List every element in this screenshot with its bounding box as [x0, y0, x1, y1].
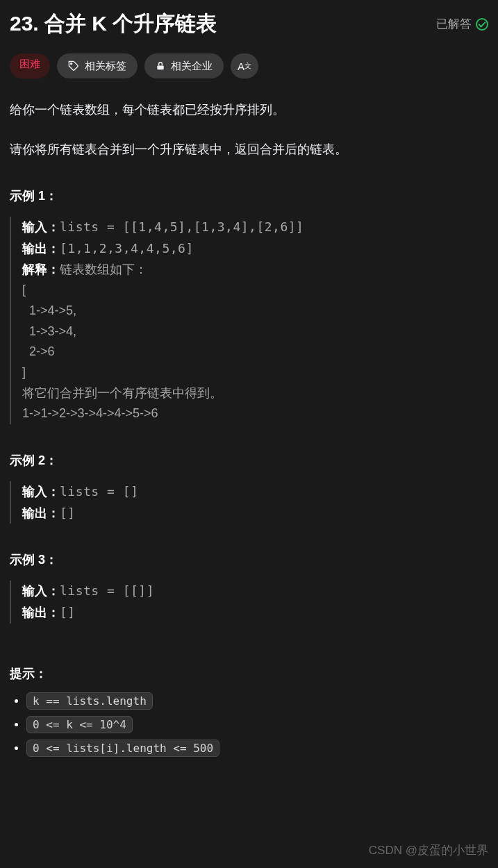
input-value: lists = [[]] [60, 583, 154, 598]
constraints-title: 提示： [10, 665, 488, 682]
example-title: 示例 2： [10, 452, 488, 469]
output-value: [1,1,2,3,4,4,5,6] [60, 241, 194, 256]
solved-status: 已解答 [436, 16, 488, 32]
output-value: [] [60, 605, 76, 619]
explain-label: 解释： [22, 262, 60, 276]
example-block: 输入：lists = [[1,4,5],[1,3,4],[2,6]] 输出：[1… [10, 217, 488, 424]
constraint-list: k == lists.length 0 <= k <= 10^4 0 <= li… [10, 694, 488, 756]
description-paragraph: 请你将所有链表合并到一个升序链表中，返回合并后的链表。 [10, 139, 488, 160]
constraints-section: 提示： k == lists.length 0 <= k <= 10^4 0 <… [10, 665, 488, 756]
input-label: 输入： [22, 584, 60, 598]
output-label: 输出： [22, 506, 60, 520]
list-item: 0 <= lists[i].length <= 500 [26, 742, 488, 756]
example-row: 输出：[] [22, 602, 488, 624]
example-row: 输入：lists = [] [22, 481, 488, 503]
constraint-code: 0 <= lists[i].length <= 500 [26, 740, 219, 757]
input-value: lists = [[1,4,5],[1,3,4],[2,6]] [60, 219, 304, 234]
output-label: 输出： [22, 606, 60, 619]
output-value: [] [60, 506, 76, 520]
input-label: 输入： [22, 485, 60, 499]
example-row: 输出：[1,1,2,3,4,4,5,6] [22, 238, 488, 260]
translate-button[interactable]: A文 [231, 53, 258, 78]
difficulty-badge[interactable]: 困难 [10, 53, 50, 78]
example-row: 输入：lists = [[]] [22, 581, 488, 602]
example-title: 示例 3： [10, 551, 488, 568]
related-tags-button[interactable]: 相关标签 [57, 53, 138, 78]
example-row: 输出：[] [22, 503, 488, 524]
problem-title: 23. 合并 K 个升序链表 [10, 10, 217, 38]
svg-point-0 [71, 63, 72, 65]
tag-icon [68, 60, 79, 72]
tags-row: 困难 相关标签 相关企业 A文 [10, 53, 488, 78]
example-section: 示例 1： 输入：lists = [[1,4,5],[1,3,4],[2,6]]… [10, 187, 488, 624]
output-label: 输出： [22, 242, 60, 256]
related-companies-button[interactable]: 相关企业 [144, 53, 224, 78]
solved-label: 已解答 [436, 16, 472, 32]
problem-header: 23. 合并 K 个升序链表 已解答 [10, 10, 488, 38]
example-block: 输入：lists = [] 输出：[] [10, 481, 488, 524]
list-item: k == lists.length [26, 694, 488, 708]
related-tags-label: 相关标签 [85, 60, 126, 73]
input-label: 输入： [22, 220, 60, 234]
description-paragraph: 给你一个链表数组，每个链表都已经按升序排列。 [10, 99, 488, 121]
example-row: 输入：lists = [[1,4,5],[1,3,4],[2,6]] [22, 217, 488, 238]
example-title: 示例 1： [10, 187, 488, 204]
example-block: 输入：lists = [[]] 输出：[] [10, 581, 488, 623]
related-companies-label: 相关企业 [171, 60, 213, 73]
problem-description: 给你一个链表数组，每个链表都已经按升序排列。 请你将所有链表合并到一个升序链表中… [10, 99, 488, 160]
explain-value: 链表数组如下： [ 1->4->5, 1->3->4, 2->6 ] 将它们合并… [22, 262, 222, 421]
input-value: lists = [] [60, 484, 138, 499]
check-icon [476, 18, 488, 31]
list-item: 0 <= k <= 10^4 [26, 718, 488, 732]
watermark: CSDN @皮蛋的小世界 [369, 842, 488, 858]
translate-icon: A文 [238, 60, 251, 72]
svg-rect-1 [157, 65, 163, 69]
example-row: 解释：链表数组如下： [ 1->4->5, 1->3->4, 2->6 ] 将它… [22, 260, 488, 425]
lock-icon [156, 61, 165, 71]
constraint-code: 0 <= k <= 10^4 [26, 716, 133, 733]
constraint-code: k == lists.length [26, 692, 153, 710]
